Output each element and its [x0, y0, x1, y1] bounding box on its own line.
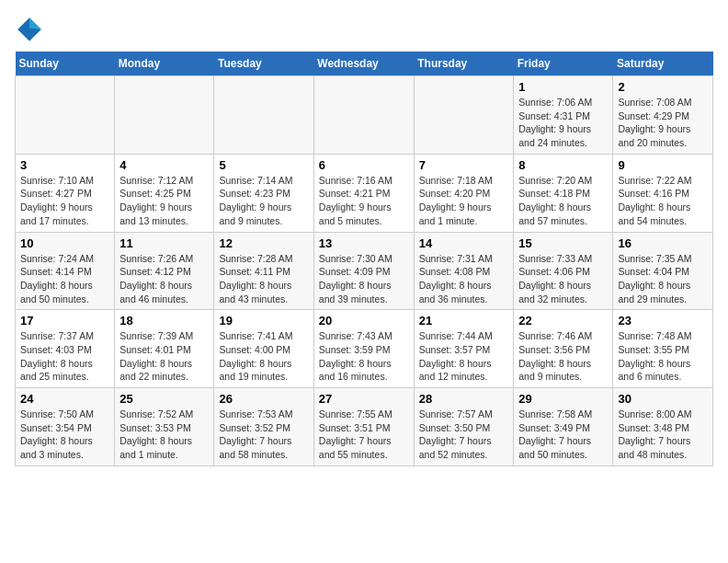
day-number: 26	[219, 392, 308, 406]
calendar-cell: 17Sunrise: 7:37 AM Sunset: 4:03 PM Dayli…	[16, 310, 115, 388]
calendar-cell	[414, 76, 514, 155]
day-info: Sunrise: 7:44 AM Sunset: 3:57 PM Dayligh…	[419, 329, 509, 384]
day-number: 15	[518, 236, 608, 250]
logo-icon	[15, 15, 44, 44]
calendar-cell: 11Sunrise: 7:26 AM Sunset: 4:12 PM Dayli…	[115, 232, 214, 310]
day-number: 16	[618, 236, 708, 250]
day-info: Sunrise: 7:46 AM Sunset: 3:56 PM Dayligh…	[518, 329, 608, 384]
day-info: Sunrise: 7:22 AM Sunset: 4:16 PM Dayligh…	[618, 174, 708, 228]
calendar-cell	[313, 76, 414, 155]
day-number: 19	[219, 314, 308, 327]
day-info: Sunrise: 7:57 AM Sunset: 3:50 PM Dayligh…	[419, 408, 509, 462]
calendar-cell: 19Sunrise: 7:41 AM Sunset: 4:00 PM Dayli…	[214, 310, 313, 388]
day-info: Sunrise: 7:31 AM Sunset: 4:08 PM Dayligh…	[419, 252, 509, 306]
calendar-cell: 16Sunrise: 7:35 AM Sunset: 4:04 PM Dayli…	[613, 232, 713, 310]
calendar-cell: 27Sunrise: 7:55 AM Sunset: 3:51 PM Dayli…	[313, 388, 414, 466]
day-number: 30	[618, 392, 708, 406]
day-info: Sunrise: 7:58 AM Sunset: 3:49 PM Dayligh…	[518, 408, 608, 462]
day-number: 22	[518, 314, 608, 327]
day-number: 13	[319, 236, 409, 250]
day-number: 14	[419, 236, 509, 250]
calendar-cell: 20Sunrise: 7:43 AM Sunset: 3:59 PM Dayli…	[313, 310, 414, 388]
weekday-header: Wednesday	[313, 52, 414, 76]
calendar-cell	[16, 76, 115, 155]
calendar-cell: 6Sunrise: 7:16 AM Sunset: 4:21 PM Daylig…	[313, 154, 414, 232]
day-info: Sunrise: 7:39 AM Sunset: 4:01 PM Dayligh…	[119, 329, 209, 384]
day-info: Sunrise: 7:08 AM Sunset: 4:29 PM Dayligh…	[618, 96, 708, 150]
calendar-table: SundayMondayTuesdayWednesdayThursdayFrid…	[15, 52, 713, 466]
calendar-week-row: 1Sunrise: 7:06 AM Sunset: 4:31 PM Daylig…	[16, 76, 713, 155]
day-info: Sunrise: 7:33 AM Sunset: 4:06 PM Dayligh…	[518, 252, 608, 306]
calendar-cell: 25Sunrise: 7:52 AM Sunset: 3:53 PM Dayli…	[115, 388, 214, 466]
day-number: 9	[618, 158, 708, 172]
weekday-header: Friday	[514, 52, 613, 76]
calendar-cell: 15Sunrise: 7:33 AM Sunset: 4:06 PM Dayli…	[514, 232, 613, 310]
calendar-cell: 7Sunrise: 7:18 AM Sunset: 4:20 PM Daylig…	[414, 154, 514, 232]
day-info: Sunrise: 7:12 AM Sunset: 4:25 PM Dayligh…	[119, 174, 209, 228]
calendar-cell: 13Sunrise: 7:30 AM Sunset: 4:09 PM Dayli…	[313, 232, 414, 310]
day-info: Sunrise: 7:30 AM Sunset: 4:09 PM Dayligh…	[319, 252, 409, 306]
calendar-cell: 1Sunrise: 7:06 AM Sunset: 4:31 PM Daylig…	[514, 76, 613, 155]
day-info: Sunrise: 7:10 AM Sunset: 4:27 PM Dayligh…	[20, 174, 109, 228]
day-number: 20	[319, 314, 409, 327]
calendar-week-row: 24Sunrise: 7:50 AM Sunset: 3:54 PM Dayli…	[16, 388, 713, 466]
calendar-cell: 28Sunrise: 7:57 AM Sunset: 3:50 PM Dayli…	[414, 388, 514, 466]
calendar-cell: 24Sunrise: 7:50 AM Sunset: 3:54 PM Dayli…	[16, 388, 115, 466]
day-info: Sunrise: 7:14 AM Sunset: 4:23 PM Dayligh…	[219, 174, 308, 228]
day-number: 3	[20, 158, 109, 172]
day-number: 4	[119, 158, 209, 172]
day-info: Sunrise: 7:06 AM Sunset: 4:31 PM Dayligh…	[518, 96, 608, 150]
calendar-cell: 26Sunrise: 7:53 AM Sunset: 3:52 PM Dayli…	[214, 388, 313, 466]
day-info: Sunrise: 8:00 AM Sunset: 3:48 PM Dayligh…	[618, 408, 708, 462]
day-number: 11	[119, 236, 209, 250]
day-info: Sunrise: 7:48 AM Sunset: 3:55 PM Dayligh…	[618, 329, 708, 384]
calendar-cell: 29Sunrise: 7:58 AM Sunset: 3:49 PM Dayli…	[514, 388, 613, 466]
calendar-cell: 12Sunrise: 7:28 AM Sunset: 4:11 PM Dayli…	[214, 232, 313, 310]
logo	[15, 15, 48, 44]
day-number: 18	[119, 314, 209, 327]
day-number: 8	[518, 158, 608, 172]
day-number: 29	[518, 392, 608, 406]
calendar-cell: 2Sunrise: 7:08 AM Sunset: 4:29 PM Daylig…	[613, 76, 713, 155]
weekday-header: Monday	[115, 52, 214, 76]
calendar-cell: 3Sunrise: 7:10 AM Sunset: 4:27 PM Daylig…	[16, 154, 115, 232]
weekday-header-row: SundayMondayTuesdayWednesdayThursdayFrid…	[16, 52, 713, 76]
svg-marker-1	[29, 17, 41, 29]
day-number: 12	[219, 236, 308, 250]
weekday-header: Thursday	[414, 52, 514, 76]
day-info: Sunrise: 7:18 AM Sunset: 4:20 PM Dayligh…	[419, 174, 509, 228]
day-number: 28	[419, 392, 509, 406]
day-number: 23	[618, 314, 708, 327]
day-number: 24	[20, 392, 109, 406]
calendar-cell: 4Sunrise: 7:12 AM Sunset: 4:25 PM Daylig…	[115, 154, 214, 232]
weekday-header: Sunday	[16, 52, 115, 76]
day-number: 25	[119, 392, 209, 406]
calendar-cell: 8Sunrise: 7:20 AM Sunset: 4:18 PM Daylig…	[514, 154, 613, 232]
day-number: 27	[319, 392, 409, 406]
calendar-cell: 14Sunrise: 7:31 AM Sunset: 4:08 PM Dayli…	[414, 232, 514, 310]
day-info: Sunrise: 7:53 AM Sunset: 3:52 PM Dayligh…	[219, 408, 308, 462]
calendar-cell: 5Sunrise: 7:14 AM Sunset: 4:23 PM Daylig…	[214, 154, 313, 232]
day-number: 2	[618, 80, 708, 94]
calendar-cell: 18Sunrise: 7:39 AM Sunset: 4:01 PM Dayli…	[115, 310, 214, 388]
weekday-header: Saturday	[613, 52, 713, 76]
header	[15, 15, 713, 44]
day-number: 1	[518, 80, 608, 94]
calendar-cell: 30Sunrise: 8:00 AM Sunset: 3:48 PM Dayli…	[613, 388, 713, 466]
weekday-header: Tuesday	[214, 52, 313, 76]
calendar-cell	[214, 76, 313, 155]
day-info: Sunrise: 7:24 AM Sunset: 4:14 PM Dayligh…	[20, 252, 109, 306]
day-info: Sunrise: 7:16 AM Sunset: 4:21 PM Dayligh…	[319, 174, 409, 228]
day-info: Sunrise: 7:28 AM Sunset: 4:11 PM Dayligh…	[219, 252, 308, 306]
calendar-week-row: 10Sunrise: 7:24 AM Sunset: 4:14 PM Dayli…	[16, 232, 713, 310]
day-number: 7	[419, 158, 509, 172]
day-info: Sunrise: 7:41 AM Sunset: 4:00 PM Dayligh…	[219, 329, 308, 384]
calendar-cell: 23Sunrise: 7:48 AM Sunset: 3:55 PM Dayli…	[613, 310, 713, 388]
day-number: 17	[20, 314, 109, 327]
day-info: Sunrise: 7:26 AM Sunset: 4:12 PM Dayligh…	[119, 252, 209, 306]
day-info: Sunrise: 7:50 AM Sunset: 3:54 PM Dayligh…	[20, 408, 109, 462]
calendar-cell: 22Sunrise: 7:46 AM Sunset: 3:56 PM Dayli…	[514, 310, 613, 388]
calendar-cell: 21Sunrise: 7:44 AM Sunset: 3:57 PM Dayli…	[414, 310, 514, 388]
day-info: Sunrise: 7:52 AM Sunset: 3:53 PM Dayligh…	[119, 408, 209, 462]
day-info: Sunrise: 7:55 AM Sunset: 3:51 PM Dayligh…	[319, 408, 409, 462]
